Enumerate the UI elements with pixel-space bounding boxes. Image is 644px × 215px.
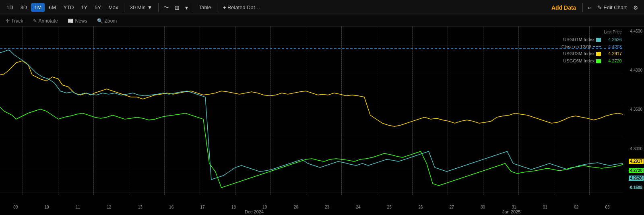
legend-label-2: USGG3M Index — [563, 50, 594, 58]
news-label: News — [75, 18, 87, 24]
x-label-26: 26 — [418, 205, 423, 209]
x-label-24: 24 — [356, 205, 360, 209]
x-label-12: 12 — [107, 205, 111, 209]
y-label-4: 4.3000 — [625, 147, 642, 151]
period-6m-btn[interactable]: 6M — [45, 3, 59, 12]
x-label-30: 30 — [481, 205, 485, 209]
legend-item-1: Close on 12/06 4.4208 — [561, 43, 622, 51]
legend-value-0: 4.2626 — [603, 36, 622, 43]
legend-dash-1 — [593, 46, 601, 47]
legend-label-1: Close on 12/06 — [561, 43, 591, 51]
zoom-btn[interactable]: 🔍 Zoom — [95, 17, 120, 25]
legend-item-3: USGG6M Index 4.2720 — [561, 58, 622, 65]
interval-dropdown[interactable]: 30 Min ▼ — [127, 3, 156, 12]
annotate-btn[interactable]: ✎ Annotate — [31, 17, 60, 25]
legend-label-3: USGG6M Index — [563, 58, 594, 65]
x-label-16: 16 — [169, 205, 173, 209]
chart-type-dropdown-icon[interactable]: ▾ — [183, 3, 190, 12]
annotate-icon: ✎ — [33, 18, 37, 24]
legend-item-2: USGG3M Index 4.2917 — [561, 50, 622, 58]
interval-label: 30 Min — [130, 4, 146, 10]
separator-4 — [217, 3, 217, 12]
add-data-btn[interactable]: Add Data — [547, 3, 580, 12]
legend-value-1: 4.4208 — [603, 43, 622, 51]
x-label-25: 25 — [387, 205, 392, 209]
zoom-label: Zoom — [105, 18, 117, 24]
track-icon: ✛ — [6, 18, 10, 24]
table-btn[interactable]: Table — [196, 3, 215, 12]
y-label-3: 4.3500 — [625, 107, 642, 112]
related-data-btn[interactable]: + Related Dat… — [220, 3, 264, 12]
edit-chart-label: Edit Chart — [603, 4, 627, 10]
main-chart-svg: .line-cyan { fill: none; stroke: #4FC3C3… — [0, 27, 623, 195]
track-btn[interactable]: ✛ Track — [3, 17, 26, 25]
dropdown-arrow-icon: ▼ — [147, 4, 153, 10]
x-label-27: 27 — [450, 205, 454, 209]
period-max-btn[interactable]: Max — [105, 3, 122, 12]
separator-1 — [124, 3, 124, 12]
y-label-2: 4.4000 — [625, 68, 642, 72]
x-label-03: 03 — [605, 205, 610, 209]
line-chart-icon[interactable]: 〜 — [161, 3, 171, 12]
news-icon: 📰 — [68, 18, 74, 24]
y-label-5: 4.2500 — [625, 186, 642, 190]
period-1d-btn[interactable]: 1D — [3, 3, 17, 12]
back-arrows-btn[interactable]: « — [585, 3, 593, 12]
separator-5 — [582, 3, 583, 12]
period-1y-btn[interactable]: 1Y — [78, 3, 91, 12]
legend-value-2: 4.2917 — [603, 50, 622, 58]
period-3d-btn[interactable]: 3D — [17, 3, 31, 12]
edit-icon: ✎ — [597, 4, 602, 10]
chart-area: .line-cyan { fill: none; stroke: #4FC3C3… — [0, 27, 644, 215]
legend-color-3 — [596, 59, 601, 63]
legend-color-2 — [596, 52, 601, 56]
month-dec-label: Dec 2024 — [245, 209, 264, 214]
legend-value-3: 4.2720 — [603, 58, 622, 65]
candle-chart-icon[interactable]: ⊞ — [172, 3, 182, 12]
zoom-icon: 🔍 — [97, 18, 103, 24]
settings-gear-btn[interactable]: ⚙ — [631, 3, 641, 12]
x-label-31: 31 — [512, 205, 516, 209]
x-label-19: 19 — [262, 205, 267, 209]
annotate-label: Annotate — [39, 18, 58, 24]
y-label-1: 4.4500 — [625, 29, 642, 33]
news-btn[interactable]: 📰 News — [65, 17, 90, 25]
legend-label-0: USGG1M Index — [563, 36, 594, 43]
x-label-20: 20 — [294, 205, 298, 209]
x-label-13: 13 — [138, 205, 142, 209]
legend-title: Last Price — [561, 29, 622, 35]
period-ytd-btn[interactable]: YTD — [60, 3, 77, 12]
edit-chart-btn[interactable]: ✎ Edit Chart — [594, 3, 630, 12]
x-label-01: 01 — [543, 205, 547, 209]
x-label-23: 23 — [325, 205, 329, 209]
legend-item-0: USGG1M Index 4.2626 — [561, 36, 622, 43]
chart-legend: Last Price USGG1M Index 4.2626 Close on … — [561, 29, 622, 64]
separator-3 — [193, 3, 193, 12]
period-1m-btn[interactable]: 1M — [31, 3, 45, 12]
x-label-17: 17 — [200, 205, 204, 209]
secondary-toolbar: ✛ Track ✎ Annotate 📰 News 🔍 Zoom — [0, 15, 644, 27]
x-label-11: 11 — [76, 205, 80, 209]
x-label-18: 18 — [231, 205, 236, 209]
x-axis: 09 10 11 12 13 16 17 18 19 20 23 24 25 2… — [0, 205, 623, 209]
x-label-09: 09 — [13, 205, 18, 209]
legend-color-0 — [596, 38, 601, 42]
x-label-02: 02 — [574, 205, 578, 209]
y-axis: 4.4500 4.4000 4.3500 4.3000 4.2500 — [623, 27, 644, 192]
track-label: Track — [11, 18, 23, 24]
separator-2 — [158, 3, 159, 12]
month-jan-label: Jan 2025 — [502, 209, 520, 214]
main-toolbar: 1D 3D 1M 6M YTD 1Y 5Y Max 30 Min ▼ 〜 ⊞ ▾… — [0, 0, 644, 15]
period-5y-btn[interactable]: 5Y — [91, 3, 104, 12]
x-label-10: 10 — [45, 205, 49, 209]
